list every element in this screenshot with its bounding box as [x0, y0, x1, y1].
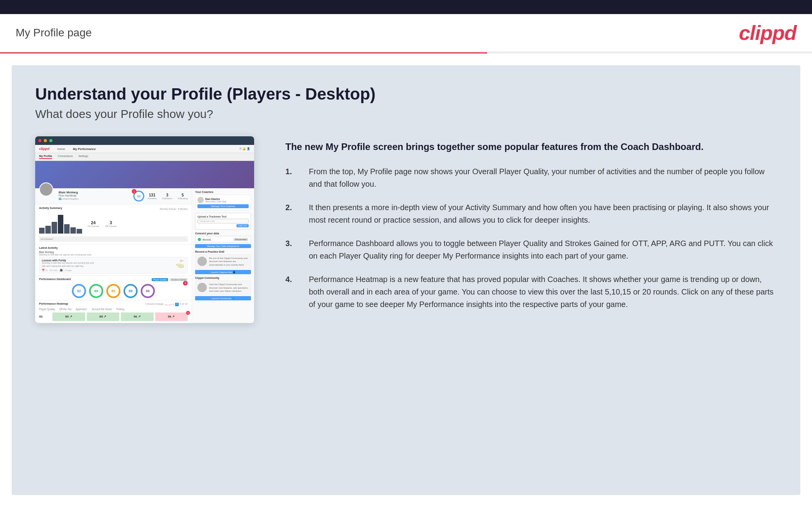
mock-activities-val: 131 [147, 193, 157, 197]
mock-heat-tee: 90 ↗ [52, 312, 85, 321]
mock-bar-6 [70, 227, 76, 234]
mock-launch-app-btn[interactable]: Launch Capture App 📱 [195, 270, 251, 274]
mock-launch-community-btn[interactable]: Launch Community 🌐 [195, 296, 251, 300]
header: My Profile page clippd [0, 14, 812, 52]
mock-heatmap-r20: 20 [185, 303, 188, 306]
mock-on-course-label: On Course [88, 225, 99, 227]
mock-close-dot [38, 139, 41, 142]
mock-coach-info: Dan Davies Abernethy Golf Club [197, 197, 249, 203]
mock-pd-badge: 3 [183, 281, 188, 286]
two-column-layout: clippd Home My Performance ⚙ 🔔 👤 My Prof… [35, 136, 777, 323]
mock-label-putting: Putting [117, 308, 126, 311]
list-item-2: It then presents a more in-depth view of… [285, 201, 777, 226]
mock-bar-4 [58, 215, 63, 234]
mock-community-section: Clippd Community Visit the Clippd Commun… [195, 277, 251, 300]
mock-trackman-label: Upload a Trackman Test [197, 215, 249, 218]
mock-disconnect-btn[interactable]: Disconnect [233, 238, 248, 241]
mock-ring-overall: 92 [72, 284, 86, 298]
mock-topbar [35, 136, 254, 145]
mock-activity-title: Activity Summary [39, 207, 62, 209]
mock-bar-7 [77, 229, 82, 234]
mock-stat-followers: 3 Followers [162, 193, 172, 200]
mock-lesson-desc: Nothing to feel like my reports are comi… [42, 262, 97, 268]
mock-subnav-profile: My Profile [39, 155, 52, 159]
mock-drill-card: Be one of the Clippd Community and disco… [195, 254, 251, 269]
mock-nav-home: Home [57, 147, 65, 151]
mock-profile-info: Blair McHarg Plus Handicap 🌍 United King… [35, 188, 192, 204]
mock-performance-rings: 92 90 85 86 96 [39, 284, 188, 298]
mock-manage-coaches-btn[interactable]: Manage Your Coaches [197, 204, 249, 208]
mock-stat-following: 5 Following [178, 193, 188, 200]
mock-heatmap-controls: 5 Round Change: — — + 1 5 10 20 [145, 303, 188, 306]
mock-pd-toggle: Player Quality Strokes Gained [152, 278, 188, 281]
mock-min-dot [44, 139, 47, 142]
mock-bar-chart [39, 214, 82, 234]
page-title: My Profile page [16, 27, 92, 39]
mock-bar-3 [52, 222, 57, 234]
mock-nav: clippd Home My Performance ⚙ 🔔 👤 [35, 145, 254, 153]
mock-drill-avatar [197, 257, 207, 266]
mock-heatmap-r5: 5 [179, 303, 181, 306]
mock-player-name: Blair McHarg [59, 191, 79, 194]
mock-heatmap-r10: 10 [182, 303, 185, 306]
mock-heatmap-row: 92 90 ↗ 85 ↗ 96 ↗ 96 ↗ 4 [39, 312, 188, 321]
mock-heatmap-section: Performance Heatmap 5 Round Change: — — … [35, 300, 192, 323]
mock-trackman-input[interactable]: Trackman Link [197, 219, 249, 223]
mock-off-course: 3 Off Course [105, 220, 117, 227]
mock-label-green: Around the Green [92, 308, 112, 311]
content-subtitle: What does your Profile show you? [35, 107, 777, 121]
mock-heat-quality-val: 92 [39, 315, 51, 318]
mock-nav-myperformance: My Performance [73, 147, 96, 151]
mock-ring-approach: 85 [106, 284, 120, 298]
mock-heat-approach: 85 ↗ [87, 312, 120, 321]
mock-heatmap-rounds: 1 [175, 303, 179, 306]
list-item-3: Performance Dashboard allows you to togg… [285, 237, 777, 262]
mock-add-btn[interactable]: Add Link [237, 224, 249, 227]
main-content: Understand your Profile (Players - Deskt… [12, 65, 800, 495]
mock-coaches-title: Your Coaches [195, 191, 251, 193]
mock-activities-label: Activities [147, 197, 157, 200]
mock-main-layout: Blair McHarg Plus Handicap 🌍 United King… [35, 188, 254, 323]
mock-left-col: Blair McHarg Plus Handicap 🌍 United King… [35, 188, 192, 323]
mock-coach-avatar [197, 197, 204, 203]
mock-heatmap-labels: Player Quality Off the Tee Approach Arou… [39, 308, 188, 311]
mock-right-panel: Your Coaches Dan Davies Abernethy Golf C… [192, 188, 254, 323]
mock-community-desc: Visit the Clippd Community and discover … [209, 283, 249, 293]
header-divider [0, 52, 812, 54]
screenshot-column: clippd Home My Performance ⚙ 🔔 👤 My Prof… [35, 136, 254, 323]
list-item-3-text: Performance Dashboard allows you to togg… [309, 237, 777, 262]
mock-avatar [39, 182, 53, 196]
mock-bar-5 [64, 224, 70, 234]
mock-pd-header: Performance Dashboard Player Quality Str… [39, 278, 188, 282]
mock-heatmap-header: Performance Heatmap 5 Round Change: — — … [39, 302, 188, 307]
mock-activity-period: Monthly Activity · 6 Months [160, 208, 188, 210]
text-column: The new My Profile screen brings togethe… [285, 136, 777, 321]
mock-latest-title: Latest Activity [39, 246, 188, 249]
mock-heatmap-indicator: — — [165, 303, 172, 306]
mock-activity-section: Activity Summary Monthly Activity · 6 Mo… [35, 204, 192, 245]
mock-coach-name: Dan Davies [205, 198, 226, 200]
mock-label-tee: Off the Tee [59, 308, 72, 311]
mock-location: 🌍 United Kingdom [59, 197, 79, 200]
mock-off-course-val: 3 [105, 220, 117, 225]
mock-arccos-row: Arccos Disconnect [195, 236, 251, 243]
mock-off-course-label: Off Course [105, 225, 117, 227]
mock-pd-rings-container: 3 92 90 85 86 96 [39, 284, 188, 298]
content-title: Understand your Profile (Players - Deskt… [35, 85, 777, 104]
mock-ring-aroundgreen: 86 [124, 284, 138, 298]
mock-on-course: 24 On Course [88, 220, 99, 227]
mock-connect-title: Connect your data [195, 232, 251, 235]
list-item-4-text: Performance Heatmap is a new feature tha… [309, 273, 777, 311]
mock-bar-2 [45, 226, 51, 234]
mock-drill-desc: Be one of the Clippd Community and disco… [209, 257, 249, 266]
mock-heat-green: 96 ↗ [121, 312, 154, 321]
mock-stat-activities: 131 Activities [147, 193, 157, 200]
mock-connect-section: Connect your data Arccos Disconnect Mana… [195, 232, 251, 248]
logo: clippd [739, 21, 796, 45]
mock-heatmap-indicator2: + [172, 303, 174, 306]
mock-pd-title: Performance Dashboard [39, 278, 71, 280]
mock-manage-integrations-btn[interactable]: Manage Your Data Integrations [195, 244, 251, 248]
mock-heatmap-badge: 4 [186, 311, 190, 315]
mock-lesson-box: Lesson with Fordy Nothing to feel like m… [39, 257, 188, 273]
mock-counts-row: 24 On Course 3 Off Course [39, 212, 188, 235]
